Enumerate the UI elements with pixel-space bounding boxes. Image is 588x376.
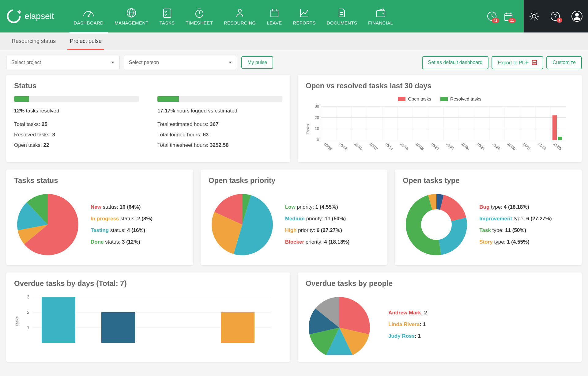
customize-button[interactable]: Customize xyxy=(546,56,582,69)
chart-up-icon xyxy=(299,7,309,18)
avatar-icon xyxy=(571,10,583,22)
svg-text:30: 30 xyxy=(315,104,319,108)
subtab-project-pulse[interactable]: Project pulse xyxy=(67,32,104,50)
nav-dashboard[interactable]: DASHBOARD xyxy=(70,5,108,28)
svg-text:10/16: 10/16 xyxy=(399,142,409,151)
legend-item: New status: 16 (64%) xyxy=(91,204,153,210)
person-gear-icon xyxy=(235,7,245,18)
stopwatch-icon xyxy=(194,7,204,18)
open-vs-resolved-card: Open vs resolved tasks last 30 days Open… xyxy=(298,75,582,162)
settings-button[interactable] xyxy=(529,11,539,21)
svg-rect-94 xyxy=(42,297,75,343)
svg-text:10/20: 10/20 xyxy=(430,142,440,151)
main-nav: DASHBOARD MANAGEMENT TASKS TIMESHEET RES… xyxy=(70,5,398,28)
svg-point-28 xyxy=(532,14,536,18)
open-type-card: Open tasks type Bug type: 4 (18.18%)Impr… xyxy=(395,169,582,265)
card-title: Open vs resolved tasks last 30 days xyxy=(306,82,574,90)
svg-text:?: ? xyxy=(554,13,557,19)
svg-text:11/05: 11/05 xyxy=(552,142,562,151)
svg-point-4 xyxy=(88,15,89,17)
hours-logged-progress xyxy=(157,96,282,102)
svg-line-36 xyxy=(536,13,537,14)
legend-item: Testing status: 4 (16%) xyxy=(91,227,153,234)
legend-item: In progress status: 2 (8%) xyxy=(91,216,153,222)
svg-point-12 xyxy=(238,9,241,12)
svg-rect-95 xyxy=(101,312,135,343)
legend-item: Story type: 1 (4.55%) xyxy=(479,239,552,245)
svg-text:10/22: 10/22 xyxy=(445,142,455,151)
chevron-down-icon xyxy=(111,62,114,63)
svg-text:11/01: 11/01 xyxy=(522,142,532,151)
svg-point-20 xyxy=(383,13,384,14)
svg-line-34 xyxy=(536,18,537,20)
svg-line-35 xyxy=(531,18,532,20)
overdue-people-card: Overdue tasks by people Andrew Mark: 2Li… xyxy=(298,272,582,362)
svg-text:2: 2 xyxy=(27,310,29,315)
svg-text:10/08: 10/08 xyxy=(338,142,348,151)
legend-item: Low priority: 1 (4.55%) xyxy=(285,204,350,210)
legend-item: Bug type: 4 (18.18%) xyxy=(479,204,552,210)
svg-text:10/12: 10/12 xyxy=(369,142,379,151)
tasks-status-pie xyxy=(14,191,81,258)
svg-rect-96 xyxy=(221,312,254,343)
nav-documents[interactable]: DOCUMENTS xyxy=(322,5,361,28)
svg-line-23 xyxy=(492,16,494,17)
svg-rect-8 xyxy=(164,9,171,17)
calendar-notifications[interactable]: 11 xyxy=(503,11,514,22)
svg-text:10/30: 10/30 xyxy=(507,142,516,151)
nav-management[interactable]: MANAGEMENT xyxy=(110,5,153,28)
help-button[interactable]: ? 1 xyxy=(550,11,560,21)
nav-leave[interactable]: LEAVE xyxy=(263,5,286,28)
svg-text:10/06: 10/06 xyxy=(323,142,333,151)
select-project[interactable]: Select project xyxy=(6,56,119,69)
gear-icon xyxy=(529,11,539,21)
nav-resourcing[interactable]: RESOURCING xyxy=(220,5,260,28)
calendar-icon xyxy=(270,7,279,18)
export-pdf-button[interactable]: Export to PDF xyxy=(492,56,543,69)
open-type-legend: Bug type: 4 (18.18%)Improvement type: 6 … xyxy=(479,204,552,245)
legend-resolved-tasks: Resolved tasks xyxy=(440,96,481,101)
svg-text:Tasks: Tasks xyxy=(15,316,19,327)
nav-reports[interactable]: REPORTS xyxy=(288,5,320,28)
svg-text:1: 1 xyxy=(27,325,29,330)
overdue-people-pie xyxy=(306,294,379,355)
subtab-resourcing-status[interactable]: Resourcing status xyxy=(9,32,58,50)
legend-open-tasks: Open tasks xyxy=(398,96,431,101)
dashboard-icon xyxy=(82,7,95,18)
svg-text:10/14: 10/14 xyxy=(384,142,394,151)
svg-text:10/18: 10/18 xyxy=(415,142,424,151)
legend-item: Improvement type: 6 (27.27%) xyxy=(479,216,552,222)
select-person[interactable]: Select person xyxy=(124,56,237,69)
svg-text:10/10: 10/10 xyxy=(353,142,363,151)
open-vs-resolved-chart: Tasks010203010/0610/0810/1010/1210/1410/… xyxy=(306,103,569,155)
legend-item: Judy Ross: 1 xyxy=(388,333,427,339)
legend-item: Done status: 3 (12%) xyxy=(91,239,153,245)
checklist-icon xyxy=(162,7,172,18)
my-pulse-button[interactable]: My pulse xyxy=(241,56,273,69)
clock-notifications[interactable]: 42 xyxy=(486,11,497,22)
overdue-people-legend: Andrew Mark: 2Linda Rivera: 1Judy Ross: … xyxy=(388,310,427,339)
pdf-icon xyxy=(532,60,537,65)
svg-point-86 xyxy=(421,209,452,240)
set-default-dashboard-button[interactable]: Set as default dashboard xyxy=(422,56,489,69)
nav-timesheet[interactable]: TIMESHEET xyxy=(181,5,217,28)
legend-item: Blocker priority: 4 (18.18%) xyxy=(285,239,350,245)
open-priority-legend: Low priority: 1 (4.55%)Medium priority: … xyxy=(285,204,350,245)
legend-item: Linda Rivera: 1 xyxy=(388,321,427,328)
nav-tasks[interactable]: TASKS xyxy=(155,5,179,28)
profile-button[interactable] xyxy=(571,10,583,22)
brand-logo[interactable]: elapseit xyxy=(6,9,54,24)
svg-text:10/28: 10/28 xyxy=(491,142,501,151)
svg-rect-85 xyxy=(558,137,562,140)
legend-item: High priority: 6 (27.27%) xyxy=(285,227,350,234)
svg-text:3: 3 xyxy=(27,294,29,299)
tasks-status-card: Tasks status New status: 16 (64%)In prog… xyxy=(6,169,193,265)
document-icon xyxy=(337,7,346,18)
overdue-days-chart: Tasks123 xyxy=(14,294,277,349)
nav-financial[interactable]: FINANCIAL xyxy=(364,5,397,28)
wallet-icon xyxy=(375,7,386,18)
clock-badge: 42 xyxy=(492,18,499,23)
svg-text:0: 0 xyxy=(317,138,319,142)
status-card: Status 12% tasks resolved Total tasks: 2… xyxy=(6,75,290,162)
control-bar: Select project Select person My pulse Se… xyxy=(0,50,588,75)
